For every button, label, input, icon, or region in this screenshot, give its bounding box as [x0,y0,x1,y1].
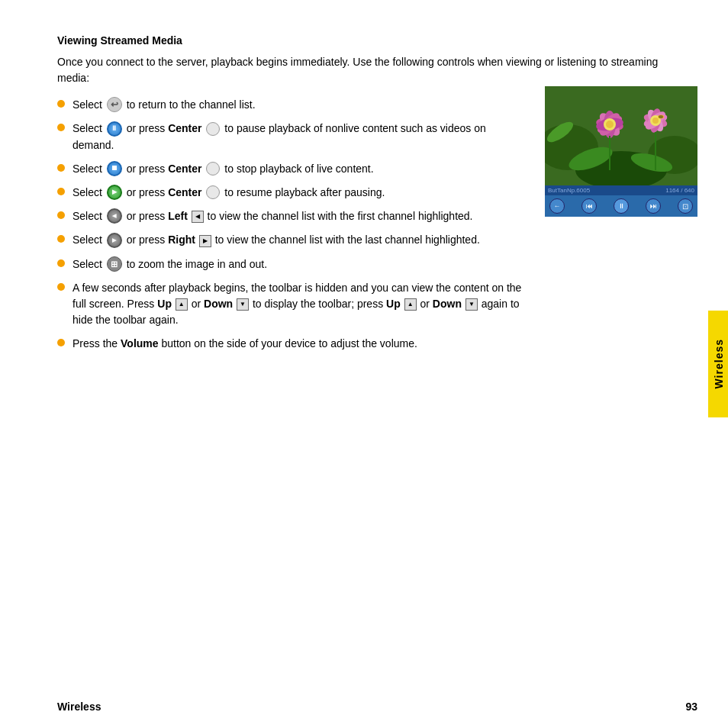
control-pause-btn[interactable]: ⏸ [614,198,629,214]
intro-text: Once you connect to the server, playback… [57,54,683,86]
pause-icon [107,121,122,137]
bullet-dot [57,100,65,108]
left-arrow-icon: ◀ [192,211,204,223]
bullet-content: Select or press Center to stop playback … [72,161,530,177]
side-tab: Wireless [708,311,728,417]
bullet-dot [57,188,65,195]
svg-point-23 [659,115,663,118]
bullet-content: Press the Volume button on the side of y… [72,336,530,352]
back-icon: ↩ [107,97,122,112]
page-content: Viewing Streamed Media Once you connect … [57,34,697,682]
zoom-icon [107,256,122,272]
left-nav-icon [107,208,122,224]
list-item: Press the Volume button on the side of y… [57,336,530,352]
bullet-list: Select ↩ to return to the channel list. … [57,97,530,359]
bullet-content: Select or press Left ◀ to view the chann… [72,208,530,224]
down-arrow-icon-2: ▼ [465,298,478,311]
list-item: Select or press Left ◀ to view the chann… [57,208,530,224]
bullet-content: Select or press Center to resume playbac… [72,185,530,201]
list-item: Select or press Right ▶ to view the chan… [57,232,530,248]
media-image: ButTanNp.6005 1164 / 640 ← ⏮ ⏸ ⏭ ⊡ [545,86,697,217]
down-arrow-icon: ▼ [237,298,249,311]
bullet-dot [57,124,65,131]
content-area: Select ↩ to return to the channel list. … [57,97,697,359]
list-item: A few seconds after playback begins, the… [57,280,530,328]
center-button-icon [206,185,220,199]
bullet-dot [57,283,65,291]
media-controls: ← ⏮ ⏸ ⏭ ⊡ [545,195,697,217]
bullet-dot [57,211,65,219]
page-footer: Wireless 93 [57,701,697,713]
control-fullscreen-btn[interactable]: ⊡ [678,198,693,214]
media-controls-top: ButTanNp.6005 1164 / 640 [545,185,697,195]
list-item: Select or press Center to pause playback… [57,121,530,153]
footer-left: Wireless [57,701,101,713]
up-arrow-icon: ▲ [176,298,188,311]
center-button-icon [206,122,220,136]
list-item: Select or press Center to stop playback … [57,161,530,177]
control-next-btn[interactable]: ⏭ [646,198,661,214]
bullet-content: A few seconds after playback begins, the… [72,280,530,328]
right-arrow-icon: ▶ [199,235,211,247]
side-tab-text: Wireless [713,339,725,388]
list-item: Select to zoom the image in and out. [57,256,530,272]
media-thumbnail [545,86,697,185]
control-prev-btn[interactable]: ⏮ [581,198,597,214]
list-item: Select ↩ to return to the channel list. [57,97,530,113]
bullet-content: Select or press Right ▶ to view the chan… [72,232,530,248]
bullet-content: Select or press Center to pause playback… [72,121,530,153]
center-button-icon [206,162,220,176]
bullet-dot [57,339,65,346]
bullet-dot [57,164,65,172]
play-icon [107,185,122,200]
svg-point-21 [652,118,659,124]
up-arrow-icon-2: ▲ [404,298,417,311]
right-nav-icon [107,233,122,248]
stop-icon [107,161,122,176]
footer-right: 93 [685,701,697,713]
section-title: Viewing Streamed Media [57,34,697,47]
bullet-content: Select to zoom the image in and out. [72,256,530,272]
bullet-dot [57,235,65,243]
bullet-dot [57,259,65,267]
list-item: Select or press Center to resume playbac… [57,185,530,201]
control-back-btn[interactable]: ← [549,198,565,214]
svg-point-14 [606,121,614,128]
bullet-content: Select ↩ to return to the channel list. [72,97,530,113]
